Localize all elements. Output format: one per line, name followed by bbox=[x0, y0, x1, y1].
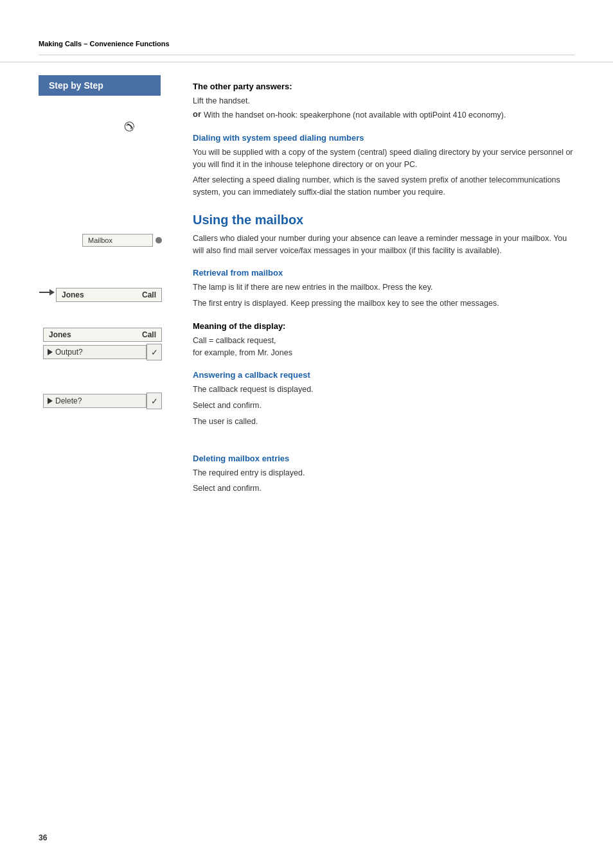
step-by-step-label: Step by Step bbox=[49, 80, 103, 91]
mailbox-display: Mailbox bbox=[82, 234, 153, 247]
dialing-para2: After selecting a speed dialing number, … bbox=[193, 174, 574, 199]
call-label: Call bbox=[142, 290, 156, 299]
call-label2: Call bbox=[142, 330, 156, 339]
jones-call-display: Jones Call bbox=[56, 288, 162, 302]
deleting-text1: The required entry is displayed. bbox=[193, 467, 574, 479]
meaning-heading: Meaning of the display: bbox=[193, 321, 574, 331]
retrieval-text1: The lamp is lit if there are new entries… bbox=[193, 281, 574, 294]
output-label: Output? bbox=[55, 348, 83, 357]
delete-label: Delete? bbox=[55, 396, 82, 405]
mailbox-intro: Callers who dialed your number during yo… bbox=[193, 233, 574, 257]
page-header: Making Calls – Convenience Functions bbox=[0, 0, 613, 62]
or-text: With the handset on-hook: speakerphone (… bbox=[204, 109, 506, 121]
callback-text1: The callback request is displayed. bbox=[193, 384, 574, 396]
callback-text2: Select and confirm. bbox=[193, 400, 574, 412]
play-icon bbox=[48, 349, 53, 355]
body-lift: Lift the handset. bbox=[193, 96, 250, 105]
dialing-para1: You will be supplied with a copy of the … bbox=[193, 146, 574, 171]
main-container: Step by Step ✆ Mailbox bbox=[0, 62, 613, 499]
callback-text3: The user is called. bbox=[193, 416, 574, 428]
or-label: or bbox=[193, 109, 201, 119]
or-row: or With the handset on-hook: speakerphon… bbox=[193, 109, 574, 121]
meaning-text: Call = callback request, for example, fr… bbox=[193, 335, 574, 359]
callback-heading: Answering a callback request bbox=[193, 370, 574, 380]
deleting-text2: Select and confirm. bbox=[193, 483, 574, 495]
right-panel: The other party answers: Lift the handse… bbox=[180, 62, 574, 499]
jones-label2: Jones bbox=[49, 330, 71, 339]
handset-icon: ✆ bbox=[121, 118, 138, 136]
retrieval-heading: Retrieval from mailbox bbox=[193, 268, 574, 278]
output-row: Output? ✓ bbox=[43, 344, 162, 360]
other-party-heading: The other party answers: bbox=[193, 82, 574, 91]
step-by-step-box: Step by Step bbox=[39, 75, 161, 96]
lift-handset-row: Lift the handset. bbox=[193, 96, 574, 105]
check-button[interactable]: ✓ bbox=[147, 344, 162, 360]
retrieval-text2: The first entry is displayed. Keep press… bbox=[193, 297, 574, 310]
jones-label: Jones bbox=[62, 290, 84, 299]
check-button2[interactable]: ✓ bbox=[147, 393, 162, 409]
jones-call-row2: Jones Call bbox=[43, 328, 162, 342]
header-divider bbox=[39, 55, 574, 55]
delete-row: Delete? ✓ bbox=[43, 393, 162, 409]
left-panel: Step by Step ✆ Mailbox bbox=[39, 62, 180, 499]
page-number: 36 bbox=[39, 833, 47, 842]
dialing-heading: Dialing with system speed dialing number… bbox=[193, 133, 574, 143]
mailbox-lamp bbox=[155, 237, 162, 244]
chapter-title: Making Calls – Convenience Functions bbox=[39, 40, 170, 48]
play-icon2 bbox=[48, 398, 53, 404]
right-arrow bbox=[39, 289, 55, 296]
deleting-heading: Deleting mailbox entries bbox=[193, 454, 574, 463]
mailbox-main-heading: Using the mailbox bbox=[193, 213, 574, 227]
